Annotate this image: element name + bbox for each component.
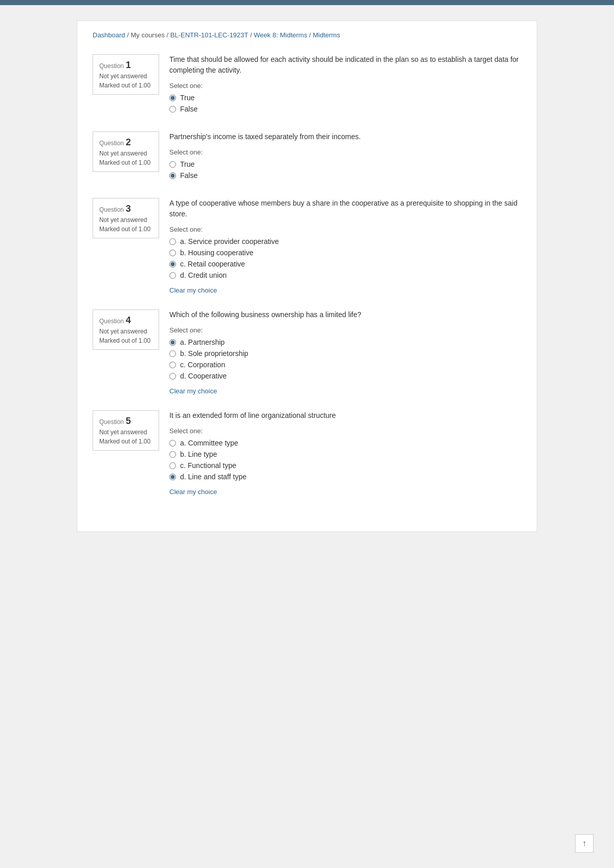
q4-select-label: Select one: [169,326,521,334]
q3-label-d: d. Credit union [180,271,227,279]
question-5-sidebar: Question 5 Not yet answered Marked out o… [93,410,159,451]
question-1-sidebar: Question 1 Not yet answered Marked out o… [93,54,159,95]
q4-text: Which of the following business ownershi… [169,309,521,320]
q3-option-3[interactable]: d. Credit union [169,271,521,279]
breadcrumb-sep-3: / [250,31,254,39]
q4-label: Question [99,318,124,325]
q1-select-label: Select one: [169,82,521,90]
q3-mark: Marked out of 1.00 [99,226,152,233]
question-4-block: Question 4 Not yet answered Marked out o… [93,309,521,395]
q5-option-1[interactable]: b. Line type [169,450,521,458]
q4-option-3[interactable]: d. Cooperative [169,372,521,380]
question-5-content: It is an extended form of line organizat… [169,410,521,496]
q1-option-0[interactable]: True [169,94,521,102]
q5-clear-choice[interactable]: Clear my choice [169,488,217,496]
q2-option-1[interactable]: False [169,171,521,180]
q4-label-b: b. Sole proprietorship [180,349,248,358]
question-3-content: A type of cooperative whose members buy … [169,198,521,294]
q5-status: Not yet answered [99,429,152,436]
q2-label: Question [99,140,124,147]
q4-radio-a[interactable] [169,339,176,346]
q2-label-true: True [180,160,194,168]
q4-clear-choice[interactable]: Clear my choice [169,387,217,395]
q3-radio-a[interactable] [169,238,176,245]
q4-label-d: d. Cooperative [180,372,227,380]
question-4-content: Which of the following business ownershi… [169,309,521,395]
q4-radio-c[interactable] [169,362,176,368]
q4-option-1[interactable]: b. Sole proprietorship [169,349,521,358]
q1-radio-true[interactable] [169,95,176,101]
q5-option-0[interactable]: a. Committee type [169,439,521,447]
q3-number: 3 [126,204,131,214]
q3-status: Not yet answered [99,216,152,224]
q4-label-a: a. Partnership [180,338,225,346]
q2-radio-false[interactable] [169,172,176,179]
q5-mark: Marked out of 1.00 [99,438,152,445]
q1-label: Question [99,62,124,70]
q3-label-b: b. Housing cooperative [180,249,253,257]
q5-option-2[interactable]: c. Functional type [169,461,521,470]
top-bar [0,0,614,5]
q4-number: 4 [126,315,131,325]
q5-label-d: d. Line and staff type [180,473,247,481]
q3-label: Question [99,206,124,213]
q5-select-label: Select one: [169,427,521,435]
question-2-block: Question 2 Not yet answered Marked out o… [93,131,521,183]
q2-select-label: Select one: [169,148,521,156]
q3-clear-choice[interactable]: Clear my choice [169,286,217,294]
q3-text: A type of cooperative whose members buy … [169,198,521,219]
q4-option-2[interactable]: c. Corporation [169,361,521,369]
breadcrumb-midterms[interactable]: Midterms [313,31,340,39]
question-3-block: Question 3 Not yet answered Marked out o… [93,198,521,294]
q3-select-label: Select one: [169,226,521,233]
q2-mark: Marked out of 1.00 [99,159,152,166]
q2-label-false: False [180,171,198,180]
q5-label-c: c. Functional type [180,461,236,470]
q5-option-3[interactable]: d. Line and staff type [169,473,521,481]
breadcrumb-week[interactable]: Week 8: Midterms [254,31,308,39]
q5-label-b: b. Line type [180,450,217,458]
q3-radio-c[interactable] [169,261,176,268]
q5-radio-c[interactable] [169,462,176,469]
q1-label-false: False [180,105,198,113]
q1-radio-false[interactable] [169,106,176,113]
q4-option-0[interactable]: a. Partnership [169,338,521,346]
q3-option-0[interactable]: a. Service provider cooperative [169,237,521,246]
breadcrumb-sep-2: / [167,31,170,39]
question-2-content: Partnership's income is taxed separately… [169,131,521,183]
page-wrapper: Dashboard / My courses / BL-ENTR-101-LEC… [77,20,537,532]
q5-label-a: a. Committee type [180,439,238,447]
q4-mark: Marked out of 1.00 [99,337,152,344]
q3-option-2[interactable]: c. Retail cooperative [169,260,521,268]
question-1-content: Time that should be allowed for each act… [169,54,521,116]
q4-label-c: c. Corporation [180,361,225,369]
question-1-block: Question 1 Not yet answered Marked out o… [93,54,521,116]
q2-status: Not yet answered [99,150,152,157]
q5-number: 5 [126,416,131,426]
q1-number: 1 [126,60,131,70]
breadcrumb-dashboard[interactable]: Dashboard [93,31,125,39]
q5-radio-a[interactable] [169,440,176,447]
q2-radio-true[interactable] [169,161,176,168]
q2-option-0[interactable]: True [169,160,521,168]
question-4-sidebar: Question 4 Not yet answered Marked out o… [93,309,159,350]
breadcrumb: Dashboard / My courses / BL-ENTR-101-LEC… [93,31,521,44]
q4-status: Not yet answered [99,328,152,335]
q5-radio-b[interactable] [169,451,176,458]
q1-status: Not yet answered [99,73,152,80]
breadcrumb-course[interactable]: BL-ENTR-101-LEC-1923T [170,31,248,39]
breadcrumb-mycourses: My courses [130,31,164,39]
q3-label-c: c. Retail cooperative [180,260,245,268]
question-2-sidebar: Question 2 Not yet answered Marked out o… [93,131,159,172]
q5-text: It is an extended form of line organizat… [169,410,521,421]
q1-text: Time that should be allowed for each act… [169,54,521,76]
q4-radio-d[interactable] [169,373,176,380]
q1-option-1[interactable]: False [169,105,521,113]
q2-number: 2 [126,137,131,147]
q3-radio-b[interactable] [169,250,176,256]
q3-radio-d[interactable] [169,272,176,279]
q3-option-1[interactable]: b. Housing cooperative [169,249,521,257]
q4-radio-b[interactable] [169,350,176,357]
q5-radio-d[interactable] [169,474,176,480]
q2-text: Partnership's income is taxed separately… [169,131,521,142]
